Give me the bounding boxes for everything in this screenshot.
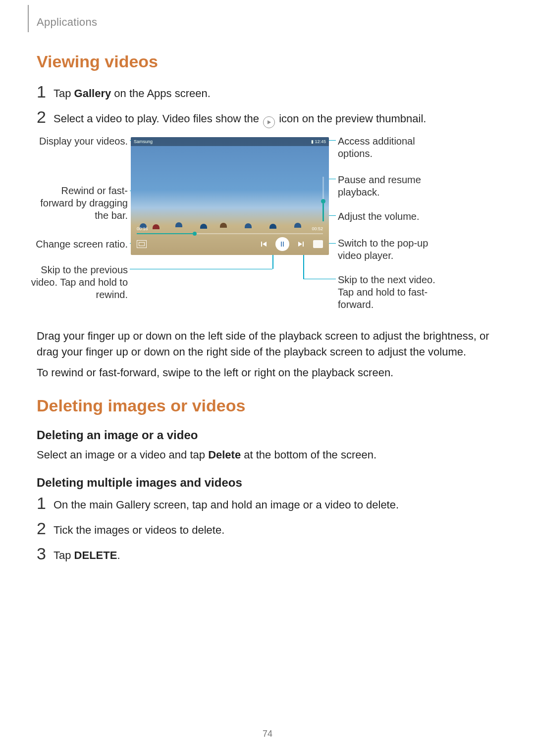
text-bold: DELETE (74, 549, 117, 561)
step-text: Tap Gallery on the Apps screen. (54, 83, 211, 101)
step-2: 2 Select a video to play. Video files sh… (37, 108, 497, 128)
video-player-figure: Display your videos. Rewind or fast-forw… (37, 135, 497, 318)
video-player-screenshot: Samsung ▮ 12:45 (131, 137, 329, 255)
callout-display-videos: Display your videos. (39, 135, 128, 148)
manual-page: Applications Viewing videos 1 Tap Galler… (0, 0, 535, 756)
leader-line (303, 279, 336, 280)
header-section-label: Applications (37, 16, 97, 29)
step-number: 2 (37, 520, 54, 537)
step-text: Select a video to play. Video files show… (54, 108, 426, 128)
umbrella-icon (245, 223, 252, 228)
delete-multiple-steps: 1 On the main Gallery screen, tap and ho… (37, 495, 497, 563)
step-text: Tick the images or videos to delete. (54, 520, 224, 538)
callout-pause-resume: Pause and resume playback. (338, 174, 442, 199)
paragraph-delete-single: Select an image or a video and tap Delet… (37, 447, 497, 463)
subheading-delete-single: Deleting an image or a video (37, 428, 497, 442)
delete-step-2: 2 Tick the images or videos to delete. (37, 520, 497, 538)
callout-adjust-volume: Adjust the volume. (338, 210, 442, 223)
step-number: 1 (37, 83, 54, 100)
time-elapsed: 00:16 (137, 226, 148, 231)
step-text: On the main Gallery screen, tap and hold… (54, 495, 399, 513)
player-controls (131, 237, 329, 251)
step-number: 1 (37, 495, 54, 511)
skip-previous-button[interactable] (258, 238, 269, 250)
viewing-steps: 1 Tap Gallery on the Apps screen. 2 Sele… (37, 83, 497, 128)
callout-screen-ratio: Change screen ratio. (34, 238, 128, 251)
text-bold: Gallery (74, 87, 111, 100)
callout-popup-player: Switch to the pop-up video player. (338, 237, 447, 262)
callout-skip-next: Skip to the next video. Tap and hold to … (338, 274, 447, 311)
step-1: 1 Tap Gallery on the Apps screen. (37, 83, 497, 101)
step-number: 2 (37, 108, 54, 125)
volume-slider[interactable] (322, 177, 324, 221)
callout-additional-options: Access additional options. (338, 135, 442, 160)
popup-player-button[interactable] (313, 240, 323, 248)
step-number: 3 (37, 545, 54, 562)
callout-skip-prev: Skip to the previous video. Tap and hold… (29, 264, 128, 301)
delete-step-1: 1 On the main Gallery screen, tap and ho… (37, 495, 497, 513)
text-bold: Delete (208, 449, 241, 461)
heading-viewing-videos: Viewing videos (37, 52, 497, 71)
text-post: at the bottom of the screen. (241, 449, 376, 461)
umbrella-icon (153, 224, 160, 229)
umbrella-icon (294, 223, 301, 228)
text-post: icon on the preview thumbnail. (279, 112, 426, 125)
progress-bar[interactable] (137, 233, 323, 234)
text-post: on the Apps screen. (111, 87, 211, 100)
subheading-delete-multiple: Deleting multiple images and videos (37, 476, 497, 490)
beach-scene (131, 215, 329, 231)
page-number: 74 (0, 729, 535, 739)
status-brand: Samsung (134, 139, 153, 144)
progress-fill (137, 233, 193, 234)
umbrella-icon (175, 222, 182, 227)
heading-deleting: Deleting images or videos (37, 396, 497, 415)
page-content: Viewing videos 1 Tap Gallery on the Apps… (37, 52, 497, 570)
progress-thumb[interactable] (193, 232, 197, 236)
text-pre: Select an image or a video and tap (37, 449, 208, 461)
status-time: ▮ 12:45 (311, 139, 326, 144)
header-rule (28, 5, 29, 32)
text-pre: Tap (54, 87, 74, 100)
delete-step-3: 3 Tap DELETE. (37, 545, 497, 563)
svg-marker-0 (268, 120, 271, 124)
text-pre: Select a video to play. Video files show… (54, 112, 262, 125)
paragraph-brightness-volume: Drag your finger up or down on the left … (37, 328, 497, 360)
umbrella-icon (220, 223, 227, 228)
leader-line (130, 269, 272, 270)
skip-next-button[interactable] (295, 238, 307, 250)
umbrella-icon (200, 224, 207, 229)
pause-button[interactable] (275, 237, 289, 251)
volume-fill (322, 203, 324, 221)
time-total: 00:52 (312, 226, 323, 231)
volume-thumb[interactable] (321, 199, 325, 203)
step-text: Tap DELETE. (54, 545, 120, 563)
player-status-bar: Samsung ▮ 12:45 (131, 137, 329, 146)
callout-rewind-bar: Rewind or fast-forward by dragging the b… (39, 185, 128, 222)
play-circle-icon (263, 116, 275, 128)
text-pre: Tap (54, 549, 74, 561)
umbrella-icon (269, 224, 276, 229)
paragraph-swipe-seek: To rewind or fast-forward, swipe to the … (37, 365, 497, 381)
screen-ratio-button[interactable] (137, 240, 147, 248)
text-post: . (117, 549, 120, 561)
